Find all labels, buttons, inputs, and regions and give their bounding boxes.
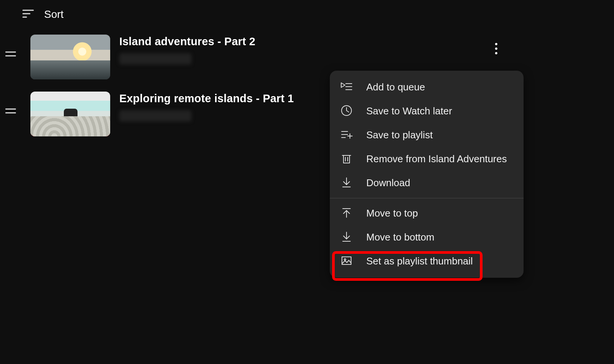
menu-item-save-playlist[interactable]: Save to playlist <box>330 123 524 147</box>
drag-handle[interactable] <box>0 35 21 58</box>
menu-item-move-top[interactable]: Move to top <box>330 201 524 225</box>
sort-button[interactable]: Sort <box>21 5 63 24</box>
video-context-menu: Add to queue Save to Watch later Save to… <box>330 71 524 278</box>
menu-item-set-thumbnail[interactable]: Set as playlist thumbnail <box>330 249 524 273</box>
menu-item-label: Download <box>366 177 410 189</box>
video-meta: Island adventures - Part 2 <box>119 35 521 65</box>
menu-item-label: Remove from Island Adventures <box>366 153 507 165</box>
svg-point-30 <box>344 259 346 260</box>
video-title[interactable]: Island adventures - Part 2 <box>119 35 521 48</box>
svg-rect-19 <box>343 155 350 163</box>
download-icon <box>340 176 353 190</box>
menu-item-watch-later[interactable]: Save to Watch later <box>330 99 524 123</box>
menu-item-label: Save to Watch later <box>366 105 452 117</box>
video-thumbnail[interactable]: 0:08 <box>30 92 110 136</box>
video-duration: 0:22 <box>84 66 107 76</box>
image-icon <box>340 255 353 268</box>
menu-item-move-bottom[interactable]: Move to bottom <box>330 225 524 249</box>
svg-point-5 <box>495 43 497 45</box>
playlist-add-icon <box>340 128 353 142</box>
svg-point-6 <box>495 47 497 50</box>
sort-icon <box>21 7 35 22</box>
video-duration: 0:08 <box>84 123 107 133</box>
queue-icon <box>340 81 353 94</box>
svg-rect-29 <box>342 257 351 264</box>
menu-item-label: Set as playlist thumbnail <box>366 255 473 267</box>
sort-label: Sort <box>44 8 63 21</box>
menu-item-remove[interactable]: Remove from Island Adventures <box>330 147 524 171</box>
more-actions-button[interactable] <box>487 40 505 58</box>
menu-item-label: Move to top <box>366 207 418 219</box>
arrow-top-icon <box>340 207 353 220</box>
svg-point-7 <box>495 52 497 54</box>
menu-item-label: Save to playlist <box>366 129 433 141</box>
menu-divider <box>330 198 524 198</box>
menu-item-label: Add to queue <box>366 81 425 93</box>
menu-item-label: Move to bottom <box>366 231 434 243</box>
clock-icon <box>340 104 353 118</box>
video-channel-redacted <box>119 53 191 65</box>
arrow-bottom-icon <box>340 231 353 244</box>
menu-item-download[interactable]: Download <box>330 171 524 195</box>
video-thumbnail[interactable]: 0:22 <box>30 35 110 79</box>
drag-handle[interactable] <box>0 92 21 115</box>
video-channel-redacted <box>119 110 191 122</box>
watch-progress <box>30 134 110 136</box>
trash-icon <box>340 152 353 166</box>
menu-item-add-to-queue[interactable]: Add to queue <box>330 75 524 99</box>
